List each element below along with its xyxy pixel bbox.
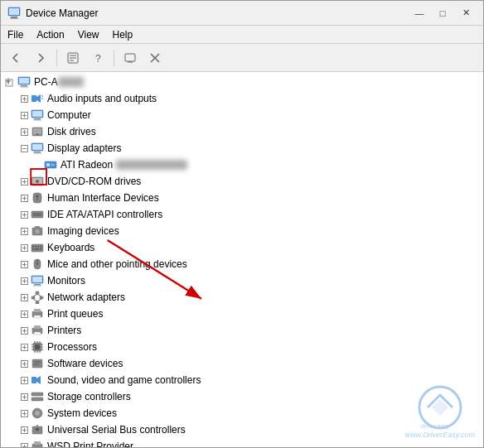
- expand-icon-ide[interactable]: [17, 208, 31, 221]
- device-label-printers: Printers: [47, 325, 81, 336]
- menu-view[interactable]: View: [71, 27, 106, 42]
- expand-icon-ati: [31, 158, 44, 171]
- expand-icon-system[interactable]: [17, 407, 31, 420]
- expand-icon-printers[interactable]: [17, 324, 31, 337]
- svg-rect-79: [37, 246, 39, 248]
- device-label-imaging: Imaging devices: [47, 225, 119, 237]
- device-icon-dvd: [31, 175, 44, 188]
- tree-item-ide[interactable]: IDE ATA/ATAPI controllers: [1, 206, 483, 223]
- expand-icon-audio[interactable]: [17, 92, 31, 105]
- tree-item-dvd[interactable]: DVD/CD-ROM drives: [1, 173, 483, 190]
- tree-item-processors[interactable]: Processors: [1, 339, 483, 355]
- svg-point-155: [40, 398, 41, 400]
- svg-point-160: [35, 411, 40, 416]
- toolbar-uninstall-button[interactable]: [143, 47, 167, 69]
- tree-item-computer[interactable]: Computer: [1, 107, 483, 123]
- svg-rect-64: [31, 211, 43, 218]
- svg-rect-94: [32, 277, 42, 282]
- expand-icon-mice[interactable]: [17, 258, 31, 271]
- device-icon-storage: [31, 390, 44, 403]
- device-label-audio: Audio inputs and outputs: [47, 93, 157, 104]
- svg-rect-43: [32, 144, 42, 150]
- device-icon-disk: [31, 125, 44, 138]
- toolbar-help-button[interactable]: ?: [86, 47, 109, 69]
- tree-item-printq[interactable]: Print queues: [1, 306, 483, 322]
- device-label-mice: Mice and other pointing devices: [47, 258, 187, 270]
- root-expand-icon[interactable]: [4, 75, 17, 89]
- minimize-button[interactable]: —: [409, 4, 430, 22]
- device-icon-keyboards: [31, 241, 44, 254]
- device-label-dvd: DVD/CD-ROM drives: [47, 176, 141, 187]
- svg-rect-31: [32, 111, 42, 117]
- svg-rect-80: [40, 246, 41, 248]
- device-icon-monitors: [31, 274, 44, 287]
- device-label-computer: Computer: [47, 109, 91, 121]
- expand-icon-network[interactable]: [17, 291, 31, 304]
- tree-item-wsd[interactable]: WSD Print Provider: [1, 438, 483, 447]
- tree-item-network[interactable]: Network adapters: [1, 289, 483, 306]
- device-icon-software: [31, 357, 44, 370]
- device-icon-imaging: [31, 224, 44, 238]
- expand-icon-monitors[interactable]: [17, 274, 31, 287]
- properties-icon: [66, 51, 80, 65]
- tree-item-keyboards[interactable]: Keyboards: [1, 239, 483, 256]
- expand-icon-wsd[interactable]: [17, 440, 31, 447]
- expand-icon-processors[interactable]: [17, 340, 31, 354]
- device-label-display: Display adapters: [47, 142, 121, 154]
- forward-icon: [34, 51, 47, 65]
- svg-point-59: [36, 195, 39, 198]
- expand-icon-display[interactable]: [17, 142, 31, 155]
- tree-item-monitors[interactable]: Monitors: [1, 272, 483, 289]
- expand-icon-computer[interactable]: [17, 108, 31, 122]
- expand-icon-disk[interactable]: [17, 125, 31, 138]
- device-icon-usb: [31, 423, 44, 436]
- expand-icon-hid[interactable]: [17, 191, 31, 205]
- tree-item-printers[interactable]: Printers: [1, 322, 483, 339]
- toolbar-back-button[interactable]: [4, 47, 27, 69]
- toolbar-scan-button[interactable]: [119, 47, 142, 69]
- device-label-ide: IDE ATA/ATAPI controllers: [47, 209, 162, 220]
- menu-file[interactable]: File: [1, 27, 30, 42]
- expand-icon-storage[interactable]: [17, 390, 31, 403]
- tree-item-ati[interactable]: ATI Radeon███████████: [1, 157, 483, 173]
- expand-icon-printq[interactable]: [17, 307, 31, 320]
- maximize-button[interactable]: □: [432, 4, 453, 22]
- help-icon: ?: [91, 51, 104, 65]
- device-label-storage: Storage controllers: [47, 391, 131, 402]
- svg-point-89: [36, 263, 38, 265]
- title-bar-controls: — □ ✕: [409, 4, 477, 22]
- tree-item-mice[interactable]: Mice and other pointing devices: [1, 256, 483, 272]
- expand-icon-keyboards[interactable]: [17, 241, 31, 254]
- expand-icon-usb[interactable]: [17, 423, 31, 436]
- toolbar-forward-button[interactable]: [29, 47, 52, 69]
- window-title: Device Manager: [26, 7, 98, 19]
- tree-item-display[interactable]: Display adapters: [1, 140, 483, 157]
- watermark: driver easy www.DriverEasy.com: [405, 385, 475, 439]
- close-button[interactable]: ✕: [455, 4, 477, 22]
- svg-rect-38: [33, 128, 41, 134]
- expand-icon-software[interactable]: [17, 357, 31, 370]
- svg-rect-83: [40, 248, 41, 250]
- svg-rect-32: [34, 118, 41, 120]
- tree-item-imaging[interactable]: Imaging devices: [1, 223, 483, 239]
- tree-item-audio[interactable]: Audio inputs and outputs: [1, 90, 483, 107]
- device-label-ati: ATI Radeon: [60, 159, 113, 171]
- svg-rect-72: [35, 226, 40, 229]
- tree-root[interactable]: PC-A ████: [1, 74, 483, 90]
- device-tree-container[interactable]: PC-A ████ Audio inputs and outputs Compu…: [1, 72, 483, 447]
- svg-rect-19: [21, 85, 27, 87]
- expand-icon-dvd[interactable]: [17, 175, 31, 188]
- tree-item-disk[interactable]: Disk drives: [1, 123, 483, 140]
- watermark-url: www.DriverEasy.com: [405, 431, 475, 439]
- tree-item-software[interactable]: Software devices: [1, 355, 483, 372]
- svg-point-54: [36, 180, 39, 183]
- menu-action[interactable]: Action: [30, 27, 70, 42]
- expand-icon-imaging[interactable]: [17, 224, 31, 238]
- watermark-logo: driver easy: [411, 385, 469, 431]
- tree-item-hid[interactable]: Human Interface Devices: [1, 190, 483, 206]
- title-bar-left: Device Manager: [7, 7, 98, 20]
- toolbar-properties-button[interactable]: [61, 47, 85, 69]
- expand-icon-sound[interactable]: [17, 373, 31, 387]
- menu-help[interactable]: Help: [106, 27, 140, 42]
- toolbar-separator-1: [56, 50, 57, 66]
